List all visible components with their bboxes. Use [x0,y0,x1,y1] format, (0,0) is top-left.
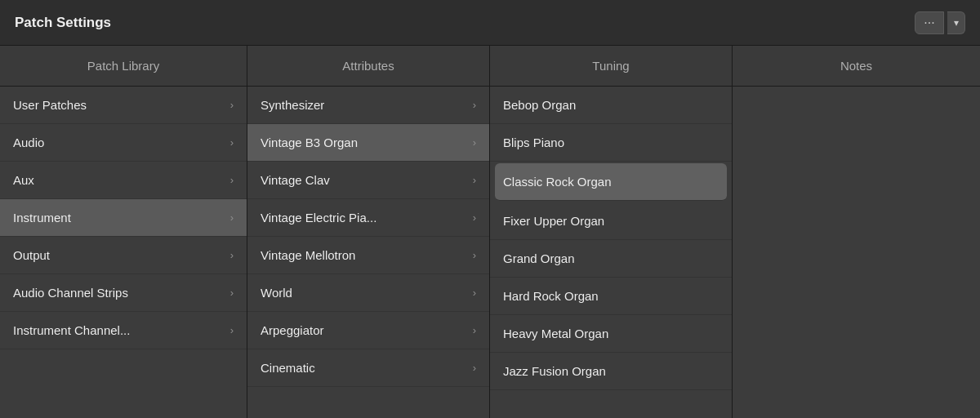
tuning-item-label: Fixer Upper Organ [503,214,604,228]
patch-library-label: Patch Library [87,59,159,73]
tuning-item[interactable]: Grand Organ [490,240,732,278]
patch-library-item-label: User Patches [13,98,87,112]
attributes-label: Attributes [342,59,394,73]
chevron-right-icon: › [473,211,476,224]
chevron-right-icon: › [230,174,234,186]
attributes-header: Attributes [247,46,489,87]
attributes-items: Synthesizer › Vintage B3 Organ › Vintage… [247,87,489,418]
tuning-item-label: Heavy Metal Organ [503,327,608,340]
attributes-item-label: World [261,286,292,300]
attributes-item-label: Vintage B3 Organ [261,136,358,149]
attributes-item[interactable]: Cinematic › [247,349,489,387]
chevron-right-icon: › [230,249,234,261]
chevron-right-icon: › [473,287,476,299]
tuning-header: Tuning [490,46,732,87]
tuning-column: Tuning Bebop Organ Blips Piano Classic R… [490,46,733,418]
columns-container: Patch Library User Patches › Audio › Aux… [0,46,980,418]
patch-library-header: Patch Library [0,46,247,87]
chevron-button[interactable]: ▾ [947,11,965,34]
patch-library-item-label: Instrument Channel... [13,323,130,337]
chevron-right-icon: › [230,324,234,336]
tuning-item-label: Grand Organ [503,251,575,265]
attributes-item-label: Vintage Clav [261,173,330,187]
attributes-item-label: Cinematic [261,361,315,375]
tuning-item[interactable]: Classic Rock Organ [495,163,727,201]
patch-library-item[interactable]: User Patches › [0,87,247,124]
tuning-item-label: Hard Rock Organ [503,289,599,303]
chevron-right-icon: › [230,136,234,149]
attributes-item-label: Arpeggiator [261,323,324,337]
tuning-items: Bebop Organ Blips Piano Classic Rock Org… [490,87,732,418]
chevron-right-icon: › [473,249,476,261]
patch-library-item-label: Audio [13,136,44,149]
chevron-right-icon: › [473,174,476,186]
tuning-item-label: Jazz Fusion Organ [503,364,606,378]
tuning-label: Tuning [592,59,629,73]
patch-library-item-label: Instrument [13,211,71,225]
attributes-item[interactable]: World › [247,274,489,312]
chevron-right-icon: › [230,99,234,111]
attributes-item[interactable]: Vintage Mellotron › [247,237,489,274]
attributes-item[interactable]: Vintage B3 Organ › [247,124,489,162]
patch-library-item[interactable]: Audio Channel Strips › [0,274,247,312]
notes-label: Notes [840,59,872,73]
patch-library-column: Patch Library User Patches › Audio › Aux… [0,46,247,418]
patch-library-item[interactable]: Instrument › [0,199,247,237]
notes-content [733,87,980,418]
attributes-item[interactable]: Vintage Clav › [247,162,489,199]
ellipsis-button[interactable]: ··· [915,11,944,34]
tuning-item-label: Blips Piano [503,136,564,149]
chevron-right-icon: › [230,211,234,224]
attributes-item[interactable]: Synthesizer › [247,87,489,124]
attributes-item[interactable]: Arpeggiator › [247,312,489,349]
patch-library-items: User Patches › Audio › Aux › Instrument … [0,87,247,418]
attributes-column: Attributes Synthesizer › Vintage B3 Orga… [247,46,490,418]
chevron-right-icon: › [473,362,476,374]
patch-library-item-label: Output [13,248,50,262]
patch-library-item[interactable]: Audio › [0,124,247,162]
patch-library-item[interactable]: Output › [0,237,247,274]
app-title: Patch Settings [15,15,111,31]
tuning-item[interactable]: Hard Rock Organ [490,278,732,315]
attributes-item-label: Vintage Mellotron [261,248,355,262]
chevron-right-icon: › [473,136,476,149]
tuning-item-label: Classic Rock Organ [503,175,612,189]
patch-library-item[interactable]: Aux › [0,162,247,199]
chevron-right-icon: › [473,99,476,111]
tuning-item[interactable]: Blips Piano [490,124,732,162]
chevron-down-icon: ▾ [954,17,959,29]
patch-library-item-label: Audio Channel Strips [13,286,128,300]
chevron-right-icon: › [230,287,234,299]
attributes-item-label: Vintage Electric Pia... [261,211,376,225]
tuning-item[interactable]: Heavy Metal Organ [490,315,732,353]
notes-header: Notes [733,46,980,87]
tuning-item-label: Bebop Organ [503,98,576,112]
chevron-right-icon: › [473,324,476,336]
tuning-item[interactable]: Fixer Upper Organ [490,202,732,240]
title-bar-actions: ··· ▾ [915,11,965,34]
title-bar: Patch Settings ··· ▾ [0,0,980,46]
ellipsis-icon: ··· [924,16,934,30]
notes-column: Notes [733,46,980,418]
tuning-item[interactable]: Jazz Fusion Organ [490,353,732,390]
tuning-item[interactable]: Bebop Organ [490,87,732,124]
attributes-item[interactable]: Vintage Electric Pia... › [247,199,489,237]
patch-library-item[interactable]: Instrument Channel... › [0,312,247,349]
patch-library-item-label: Aux [13,173,34,187]
attributes-item-label: Synthesizer [261,98,324,112]
